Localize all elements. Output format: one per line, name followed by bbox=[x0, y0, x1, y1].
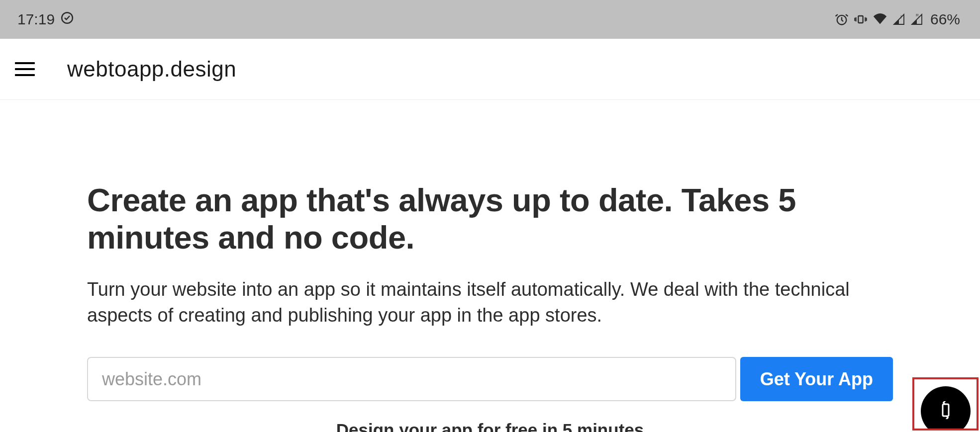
vibrate-icon bbox=[854, 12, 868, 26]
website-url-input[interactable] bbox=[87, 357, 736, 401]
app-title: webtoapp.design bbox=[67, 57, 236, 82]
rotate-device-button[interactable] bbox=[921, 386, 971, 431]
url-form: Get Your App bbox=[87, 357, 893, 401]
signal-icon-2: R bbox=[910, 13, 923, 25]
svg-text:R: R bbox=[916, 13, 919, 17]
status-time: 17:19 bbox=[17, 11, 55, 28]
alarm-icon bbox=[835, 12, 849, 26]
svg-rect-2 bbox=[858, 16, 863, 23]
wifi-icon bbox=[873, 13, 887, 25]
svg-rect-5 bbox=[943, 404, 949, 416]
app-bar: webtoapp.design bbox=[0, 39, 980, 100]
signal-icon-1: ! bbox=[892, 13, 905, 25]
battery-percent: 66% bbox=[930, 11, 960, 28]
hero-footer-text: Design your app for free in 5 minutes bbox=[87, 420, 893, 432]
hero-subtext: Turn your website into an app so it main… bbox=[87, 276, 893, 329]
check-circle-icon bbox=[61, 11, 74, 28]
android-status-bar: 17:19 bbox=[0, 0, 980, 39]
menu-icon[interactable] bbox=[15, 58, 37, 81]
rotate-icon bbox=[937, 401, 955, 421]
svg-text:!: ! bbox=[900, 14, 902, 19]
status-right: ! R 66% bbox=[835, 11, 960, 28]
get-your-app-button[interactable]: Get Your App bbox=[740, 357, 893, 401]
status-left: 17:19 bbox=[17, 11, 74, 28]
fab-highlight-box bbox=[912, 377, 979, 431]
main-content: Create an app that's always up to date. … bbox=[0, 100, 980, 432]
hero-headline: Create an app that's always up to date. … bbox=[87, 182, 893, 257]
